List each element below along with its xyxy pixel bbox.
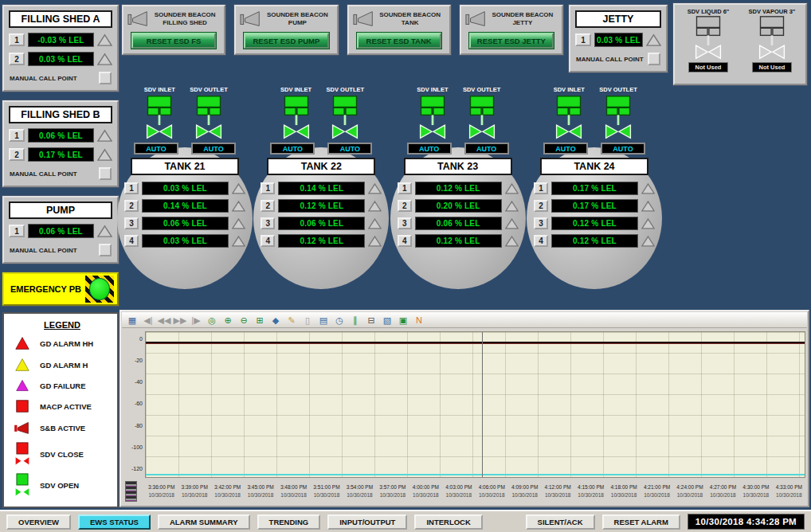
nav-input-output-button[interactable]: INPUT/OUTPUT (327, 514, 407, 530)
reset-esd-button[interactable]: RESET ESD PUMP (244, 33, 328, 49)
lel-value-display: 0.12 % LEL (278, 199, 365, 213)
nav-interlock-button[interactable]: INTERLOCK (414, 514, 482, 530)
sdv-outlet-mode-button[interactable]: AUTO (464, 143, 509, 155)
reset-esd-button[interactable]: RESET ESD FS (131, 33, 216, 49)
trend-print-icon[interactable]: ⊟ (364, 314, 378, 327)
trend-zoom-out-icon[interactable]: ⊖ (237, 314, 251, 327)
trend-clock-icon[interactable]: ◷ (332, 314, 347, 327)
channel-number-button[interactable]: 4 (534, 235, 548, 247)
channel-number-button[interactable]: 1 (398, 182, 412, 194)
tank-title: TANK 23 (404, 158, 512, 175)
x-axis-label: 3:54:00 PM 10/30/2018 (343, 480, 376, 504)
channel-number-button[interactable]: 2 (261, 200, 275, 212)
emergency-pb-button[interactable]: EMERGENCY PB (2, 272, 119, 306)
trend-pens-legend-icon[interactable] (125, 481, 137, 502)
tank-title: TANK 22 (267, 158, 375, 175)
x-axis-label: 4:12:00 PM 10/30/2018 (541, 480, 574, 504)
channel-number-button[interactable]: 1 (9, 225, 25, 237)
tank-title: TANK 24 (540, 158, 648, 175)
y-tick-label: -60 (135, 401, 143, 406)
sdv-inlet-mode-button[interactable]: AUTO (407, 143, 452, 155)
reset-alarm-button[interactable]: RESET ALARM (602, 514, 680, 530)
gd-alarm-triangle-icon (641, 200, 655, 213)
lel-value-display: 0.06 % LEL (28, 224, 94, 238)
trend-cursor-line[interactable] (482, 332, 483, 477)
trend-spreadsheet-icon[interactable]: ▤ (316, 314, 331, 327)
channel-number-button[interactable]: 2 (398, 200, 412, 212)
sdv-inlet-label: SDV INLET (554, 86, 585, 93)
channel-number-button[interactable]: 3 (124, 217, 139, 229)
trend-plot-area[interactable] (145, 331, 805, 478)
channel-number-button[interactable]: 3 (261, 217, 275, 229)
lel-value-display: 0.14 % LEL (142, 199, 229, 213)
sdv-outlet-mode-button[interactable]: AUTO (191, 143, 236, 155)
channel-number-button[interactable]: 2 (124, 200, 139, 212)
x-axis: 3:36:00 PM 10/30/2018 3:39:00 PM 10/30/2… (145, 480, 805, 504)
gd-alarm-triangle-icon (232, 182, 245, 195)
channel-list: 1 -0.03 % LEL 2 0.03 % LEL (9, 33, 112, 66)
filling-shed-a-panel: FILLING SHED A 1 -0.03 % LEL 2 0.03 % LE… (2, 5, 119, 92)
tank-22-group: SDV INLET SDV OUTLET AUTO AUTO TANK 22 1… (256, 86, 386, 289)
sounder-beacon-panel: SOUNDER BEACONTANK RESET ESD TANK (347, 5, 451, 55)
channel-number-button[interactable]: 1 (575, 33, 591, 46)
channel-number-button[interactable]: 2 (9, 148, 25, 161)
trend-goto-last-icon[interactable]: |▶ (189, 314, 203, 327)
sdv-inlet-label: SDV INLET (280, 86, 311, 93)
trend-zoom-normal-icon[interactable]: ◎ (205, 314, 219, 327)
macp-indicator (648, 53, 660, 65)
sdv-outlet-label: SDV OUTLET (599, 86, 637, 93)
gd-alarm-triangle-icon (505, 200, 519, 213)
sdv-inlet-mode-button[interactable]: AUTO (270, 143, 315, 155)
trend-zoom-box-icon[interactable]: ⊞ (253, 314, 267, 327)
reset-esd-button[interactable]: RESET ESD JETTY (469, 33, 554, 49)
trend-pan-icon[interactable]: ◆ (268, 314, 283, 327)
nav-trending-button[interactable]: TRENDING (257, 514, 321, 530)
channel-number-button[interactable]: 2 (534, 200, 548, 212)
trend-report-icon[interactable]: ▦ (125, 314, 139, 327)
trend-copy-icon[interactable]: ▣ (396, 314, 410, 327)
channel-number-button[interactable]: 1 (9, 129, 25, 142)
silent-ack-button[interactable]: SILENT/ACK (526, 514, 595, 530)
trend-value-bar-icon[interactable]: ▯ (300, 314, 315, 327)
channel-number-button[interactable]: 1 (261, 182, 275, 194)
channel-number-button[interactable]: 4 (124, 235, 139, 247)
gd-alarm-triangle-icon (368, 235, 382, 248)
channel-number-button[interactable]: 1 (534, 182, 548, 194)
nav-alarm-summary-button[interactable]: ALARM SUMMARY (158, 514, 250, 530)
x-axis-label: 3:39:00 PM 10/30/2018 (178, 480, 210, 504)
nav-ews-status-button[interactable]: EWS STATUS (78, 514, 151, 530)
manual-call-point-row: MANUAL CALL POINT (10, 167, 112, 180)
channel-number-button[interactable]: 1 (9, 33, 25, 46)
trend-chart-config-icon[interactable]: ▧ (380, 314, 394, 327)
channel-number-button[interactable]: 4 (261, 235, 275, 247)
gd-channel-row: 3 0.06 % LEL (398, 217, 519, 230)
trend-pause-icon[interactable]: ∥ (348, 314, 362, 327)
trend-pens-select-icon[interactable]: ✎ (284, 314, 299, 327)
y-tick-label: -40 (135, 379, 143, 385)
channel-number-button[interactable]: 1 (124, 182, 139, 194)
sdv-outlet-mode-button[interactable]: AUTO (601, 143, 645, 155)
channel-number-button[interactable]: 3 (398, 217, 412, 229)
trend-bookmark-icon[interactable]: N (412, 314, 426, 327)
nav-overview-button[interactable]: OVERVIEW (6, 514, 71, 530)
lel-value-display: 0.12 % LEL (278, 234, 365, 248)
trend-step-back-icon[interactable]: ◀◀ (157, 314, 171, 327)
sdv-outlet-label: SDV OUTLET (463, 86, 501, 93)
sdv-inlet-mode-button[interactable]: AUTO (134, 143, 178, 155)
trend-goto-first-icon[interactable]: ◀| (141, 314, 155, 327)
channel-number-button[interactable]: 3 (534, 217, 548, 229)
x-axis-label: 3:51:00 PM 10/30/2018 (310, 480, 343, 504)
sdv-liquid-column: SDV LIQUID 6" Not Used (676, 8, 740, 80)
channel-number-button[interactable]: 2 (9, 53, 25, 65)
reset-esd-button[interactable]: RESET ESD TANK (357, 33, 441, 49)
trend-step-forward-icon[interactable]: ▶▶ (173, 314, 187, 327)
emergency-pb-hazard-frame (85, 276, 114, 303)
trend-zoom-in-icon[interactable]: ⊕ (221, 314, 235, 327)
sdv-outlet-mode-button[interactable]: AUTO (327, 143, 372, 155)
tank-24-group: SDV INLET SDV OUTLET AUTO AUTO TANK 24 1… (529, 86, 660, 289)
legend-label: SDV CLOSE (40, 450, 84, 459)
channel-number-button[interactable]: 4 (398, 235, 412, 247)
macp-label: MANUAL CALL POINT (10, 247, 77, 254)
sdv-inlet-mode-button[interactable]: AUTO (543, 143, 588, 155)
lel-value-display: 0.12 % LEL (415, 182, 502, 195)
